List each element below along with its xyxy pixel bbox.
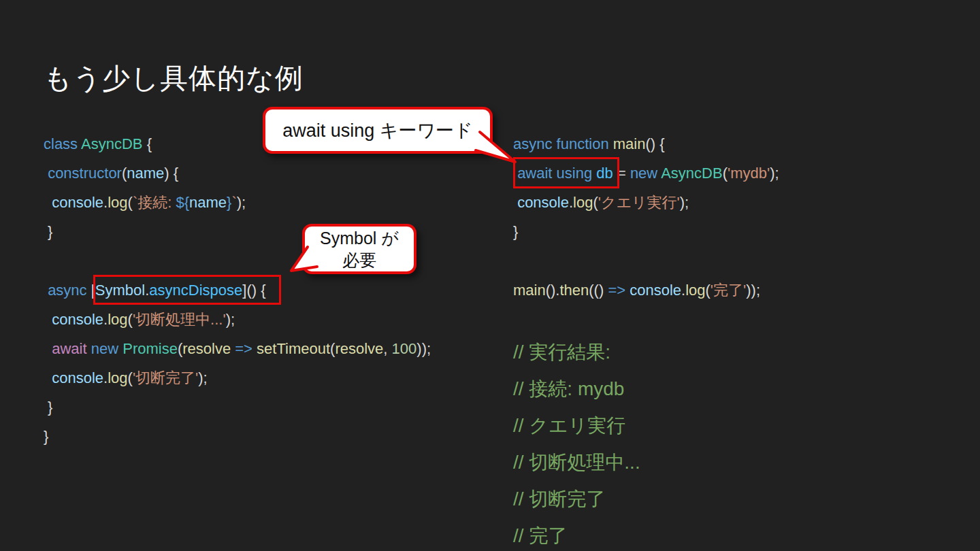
callout-await-using-keyword: await using キーワード — [263, 107, 493, 154]
output-comment-line: // クエリ実行 — [513, 407, 640, 444]
code-token: constructor — [48, 165, 122, 182]
code-token: name — [127, 165, 164, 182]
code-token: ); — [237, 194, 246, 211]
code-line — [513, 246, 779, 276]
output-comment-line: // 切断処理中... — [513, 444, 640, 481]
code-token: async — [48, 282, 86, 299]
code-token: name — [189, 194, 227, 211]
code-token: ); — [770, 165, 779, 182]
slide-title: もう少し具体的な例 — [44, 60, 304, 97]
code-line: } — [44, 393, 431, 422]
code-line: } — [513, 217, 779, 246]
callout-symbol-tail — [279, 237, 320, 279]
code-token: (() — [589, 282, 608, 299]
code-token: log — [108, 194, 127, 211]
code-token: class — [44, 135, 81, 152]
code-token: ( — [593, 194, 598, 211]
output-comment-line: // 接続: mydb — [513, 371, 640, 407]
code-token: console — [517, 194, 569, 211]
code-token: => — [608, 282, 625, 299]
code-token: => — [235, 340, 252, 357]
code-token: ( — [128, 194, 133, 211]
code-token: 'mydb' — [728, 165, 770, 182]
code-line: await new Promise(resolve => setTimeout(… — [44, 334, 431, 363]
code-line: constructor(name) { — [44, 158, 431, 188]
code-token: console — [52, 311, 103, 328]
code-line: console.log('切断完了'); — [44, 363, 431, 393]
code-token: '切断完了' — [133, 369, 198, 386]
output-comment-line: // 実行結果: — [513, 334, 640, 371]
code-token: async function — [513, 135, 613, 152]
code-line: console.log(`接続: ${name}`); — [44, 188, 431, 217]
code-token: '完了' — [710, 282, 746, 299]
code-token: ( — [128, 369, 133, 386]
code-token: log — [685, 282, 705, 299]
code-token: console — [52, 369, 103, 386]
code-token: ( — [706, 282, 710, 299]
code-token: () { — [645, 135, 664, 152]
code-token: resolve — [182, 340, 231, 357]
code-token: then — [559, 282, 589, 299]
code-token: } — [44, 223, 52, 240]
code-line: console.log('クエリ実行'); — [513, 188, 779, 217]
code-token: new — [630, 165, 657, 182]
output-comment-line: // 完了 — [513, 518, 640, 551]
code-token: } — [44, 399, 52, 416]
callout-await-using-tail — [468, 124, 523, 168]
output-comment-line: // 切断完了 — [513, 481, 640, 518]
code-token: ) { — [164, 165, 178, 182]
code-token — [44, 369, 52, 386]
code-token: setTimeout — [257, 340, 330, 357]
code-token: ( — [723, 165, 728, 182]
code-token: await — [52, 340, 86, 357]
code-line: main().then(() => console.log('完了')); — [513, 276, 779, 305]
code-token: } — [44, 428, 48, 445]
execution-output-comments: // 実行結果:// 接続: mydb// クエリ実行// 切断処理中...//… — [513, 334, 640, 551]
code-token: AsyncDB — [81, 135, 142, 152]
code-token: main — [513, 282, 546, 299]
code-token: )); — [416, 340, 431, 357]
code-token: ); — [226, 311, 235, 328]
slide: もう少し具体的な例 class AsyncDB { constructor(na… — [0, 0, 980, 551]
code-token: , — [383, 340, 391, 357]
code-token: Promise — [122, 340, 178, 357]
callout-symbol-line1: Symbol が — [320, 227, 399, 249]
code-token: log — [108, 369, 127, 386]
code-token: AsyncDB — [661, 165, 722, 182]
callout-symbol-line2: 必要 — [342, 249, 376, 271]
code-token: 'クエリ実行' — [598, 194, 680, 211]
code-token: console — [630, 282, 681, 299]
code-token: 100 — [392, 340, 417, 357]
code-token — [44, 340, 52, 357]
code-token: )); — [746, 282, 760, 299]
highlight-box-symbol-async-dispose — [93, 275, 281, 305]
code-token: new — [91, 340, 118, 357]
code-token: ` — [231, 194, 236, 211]
code-line: } — [44, 422, 431, 451]
code-line: async function main() { — [513, 129, 779, 158]
code-token: { — [143, 135, 152, 152]
code-token: '切断処理中...' — [133, 311, 226, 328]
code-token — [44, 194, 52, 211]
code-token: log — [108, 311, 127, 328]
code-token: resolve — [335, 340, 383, 357]
code-token: ( — [128, 311, 133, 328]
code-token: ${ — [176, 194, 189, 211]
code-token — [44, 311, 52, 328]
code-token: } — [513, 223, 518, 240]
code-line: console.log('切断処理中...'); — [44, 305, 431, 334]
code-token: `接続: — [133, 194, 176, 211]
code-token: console — [52, 194, 103, 211]
code-token: main — [613, 135, 646, 152]
code-token: ); — [680, 194, 689, 211]
code-token: log — [573, 194, 593, 211]
code-token: (). — [546, 282, 560, 299]
highlight-box-await-using — [513, 157, 619, 188]
callout-await-using-text: await using キーワード — [282, 118, 472, 143]
code-token: ); — [198, 369, 207, 386]
code-block-main-usage: async function main() { await using db =… — [513, 129, 779, 305]
